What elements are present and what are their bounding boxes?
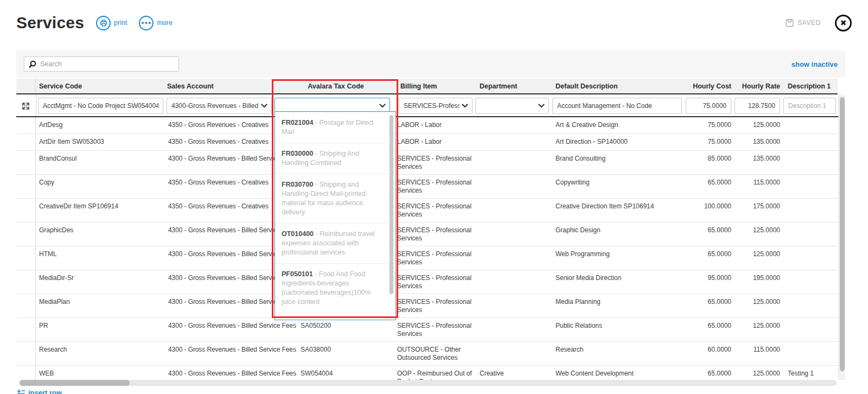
cell-hourly-cost[interactable]: 75.0000 xyxy=(688,117,736,134)
cell-department[interactable]: Creative xyxy=(476,366,552,380)
cell-description-1[interactable] xyxy=(784,199,838,222)
horizontal-scrollbar-thumb[interactable] xyxy=(20,380,130,386)
cell-billing-item[interactable]: OOP - Reimbursed Out of Pocket Cost xyxy=(397,366,476,380)
cell-billing-item[interactable]: SERVICES - Professional Services xyxy=(397,318,476,341)
cell-service-code[interactable]: ArtDir Item SW053003 xyxy=(36,134,164,150)
service-code-input[interactable] xyxy=(38,98,163,114)
cell-description-1[interactable]: Testing 1 xyxy=(784,366,838,380)
cell-description-1[interactable] xyxy=(784,117,838,134)
cell-service-code[interactable]: WEB xyxy=(36,366,164,380)
department-select[interactable] xyxy=(475,98,549,114)
cell-billing-item[interactable]: SERVICES - Professional Services xyxy=(397,270,476,294)
dropdown-option[interactable]: FR030000 - Shipping And Handling Combine… xyxy=(275,143,395,174)
cell-default-description[interactable]: Creative Direction Item SP106914 xyxy=(552,199,688,222)
cell-hourly-cost[interactable]: 75.0000 xyxy=(688,134,736,150)
dropdown-option[interactable]: PF050101 - Food And Food Ingredients-bev… xyxy=(275,263,395,313)
cell-description-1[interactable] xyxy=(784,151,838,174)
cell-hourly-cost[interactable]: 65.0000 xyxy=(688,223,736,246)
cell-department[interactable] xyxy=(476,151,552,174)
vertical-scrollbar[interactable] xyxy=(838,95,845,380)
cell-billing-item[interactable]: SERVICES - Professional Services xyxy=(397,294,476,317)
cell-department[interactable] xyxy=(476,199,552,222)
cell-billing-item[interactable]: OUTSOURCE - Other Outsourced Services xyxy=(397,342,476,365)
vertical-scrollbar-thumb[interactable] xyxy=(840,97,845,371)
dropdown-option[interactable]: OT010400 - Reimbursed travel expenses as… xyxy=(275,223,395,263)
cell-hourly-cost[interactable]: 65.0000 xyxy=(688,175,736,198)
dropdown-option[interactable]: FR030700 - Shipping and Handling-Direct … xyxy=(275,174,395,223)
search-box[interactable] xyxy=(24,56,179,72)
cell-default-description[interactable]: Public Relations xyxy=(552,318,688,341)
horizontal-scrollbar[interactable] xyxy=(20,380,837,386)
cell-service-code[interactable]: CreativeDir Item SP106914 xyxy=(36,199,164,222)
cell-sales-account[interactable]: 4350 - Gross Revenues - Creatives xyxy=(164,175,275,198)
cell-description-1[interactable] xyxy=(784,175,838,198)
dropdown-option[interactable]: FR021004 - Postage for Direct Mail xyxy=(275,112,395,143)
cell-sales-account[interactable]: 4350 - Gross Revenues - Creatives xyxy=(164,199,275,222)
cell-default-description[interactable]: Web Programming xyxy=(552,246,688,270)
cell-hourly-cost[interactable]: 85.0000 xyxy=(688,151,736,174)
dropdown-scrollbar-thumb[interactable] xyxy=(390,115,393,294)
cell-description-1[interactable] xyxy=(784,270,838,294)
cell-billing-item[interactable]: LABOR - Labor xyxy=(397,117,476,134)
cell-description-1[interactable] xyxy=(784,318,838,341)
hourly-cost-input[interactable] xyxy=(686,98,731,114)
insert-row-button[interactable]: insert row xyxy=(17,389,62,394)
cell-billing-item[interactable]: SERVICES - Professional Services xyxy=(397,151,476,174)
cell-service-code[interactable]: MediaPlan xyxy=(36,294,164,317)
cell-hourly-cost[interactable]: 65.0000 xyxy=(688,318,736,341)
cell-hourly-rate[interactable]: 135.0000 xyxy=(736,151,784,174)
cell-description-1[interactable] xyxy=(784,342,838,365)
cell-billing-item[interactable]: SERVICES - Professional Services xyxy=(397,223,476,246)
cell-default-description[interactable]: Art Direction - SP140000 xyxy=(552,134,688,150)
cell-hourly-rate[interactable]: 135.0000 xyxy=(736,134,784,150)
cell-hourly-rate[interactable]: 125.0000 xyxy=(736,246,784,270)
cell-department[interactable] xyxy=(476,342,552,365)
print-button[interactable]: print xyxy=(96,16,127,30)
cell-description-1[interactable] xyxy=(784,246,838,270)
more-button[interactable]: ●●● more xyxy=(139,16,172,30)
cell-hourly-rate[interactable]: 125.0000 xyxy=(736,294,784,317)
default-description-input[interactable] xyxy=(552,98,682,114)
cell-department[interactable] xyxy=(476,223,552,246)
cell-service-code[interactable]: ArtDesg xyxy=(36,117,164,134)
cell-department[interactable] xyxy=(476,270,552,294)
cell-description-1[interactable] xyxy=(784,223,838,246)
cell-service-code[interactable]: MediaDir-Sr xyxy=(36,270,164,294)
cell-service-code[interactable]: Copy xyxy=(36,175,164,198)
cell-service-code[interactable]: BrandConsul xyxy=(36,151,164,174)
cell-default-description[interactable]: Copywriting xyxy=(552,175,688,198)
cell-sales-account[interactable]: 4300 - Gross Revenues - Billed Service F… xyxy=(164,270,275,294)
cell-department[interactable] xyxy=(476,175,552,198)
cell-hourly-rate[interactable]: 125.0000 xyxy=(736,366,784,380)
cell-hourly-rate[interactable]: 195.0000 xyxy=(736,270,784,294)
cell-default-description[interactable]: Media Planning xyxy=(552,294,688,317)
cell-default-description[interactable]: Art & Creative Design xyxy=(552,117,688,134)
cell-sales-account[interactable]: 4300 - Gross Revenues - Billed Service F… xyxy=(164,366,275,380)
cell-default-description[interactable]: Senior Media Direction xyxy=(552,270,688,294)
search-input[interactable] xyxy=(40,60,174,68)
cell-billing-item[interactable]: LABOR - Labor xyxy=(397,134,476,150)
cell-service-code[interactable]: Research xyxy=(36,342,164,365)
cell-sales-account[interactable]: 4300 - Gross Revenues - Billed Service F… xyxy=(164,151,275,174)
cell-department[interactable] xyxy=(476,134,552,150)
cell-avalara-tax-code[interactable]: SA050200 xyxy=(275,318,397,341)
cell-billing-item[interactable]: SERVICES - Professional Services xyxy=(397,199,476,222)
cell-sales-account[interactable]: 4300 - Gross Revenues - Billed Service F… xyxy=(164,294,275,317)
cell-avalara-tax-code[interactable]: SA038000 xyxy=(275,342,397,365)
cell-hourly-cost[interactable]: 95.0000 xyxy=(688,270,736,294)
cell-hourly-cost[interactable]: 65.0000 xyxy=(688,246,736,270)
cell-hourly-rate[interactable]: 175.0000 xyxy=(736,199,784,222)
close-button[interactable]: ✖ xyxy=(835,15,852,31)
cell-billing-item[interactable]: SERVICES - Professional Services xyxy=(397,246,476,270)
cell-default-description[interactable]: Graphic Design xyxy=(552,223,688,246)
cell-department[interactable] xyxy=(476,117,552,134)
cell-hourly-rate[interactable]: 115.0000 xyxy=(736,342,784,365)
expand-row-icon[interactable] xyxy=(21,101,30,113)
cell-sales-account[interactable]: 4300 - Gross Revenues - Billed Service F… xyxy=(164,318,275,341)
cell-default-description[interactable]: Research xyxy=(552,342,688,365)
cell-default-description[interactable]: Web Content Development xyxy=(552,366,688,380)
sales-account-select[interactable]: 4300-Gross Revenues - Billed Service Fee… xyxy=(167,98,272,114)
dropdown-option[interactable]: S0000001 - Services (required to complet… xyxy=(275,313,395,320)
cell-default-description[interactable]: Brand Consulting xyxy=(552,151,688,174)
cell-sales-account[interactable]: 4350 - Gross Revenues - Creatives xyxy=(164,117,275,134)
